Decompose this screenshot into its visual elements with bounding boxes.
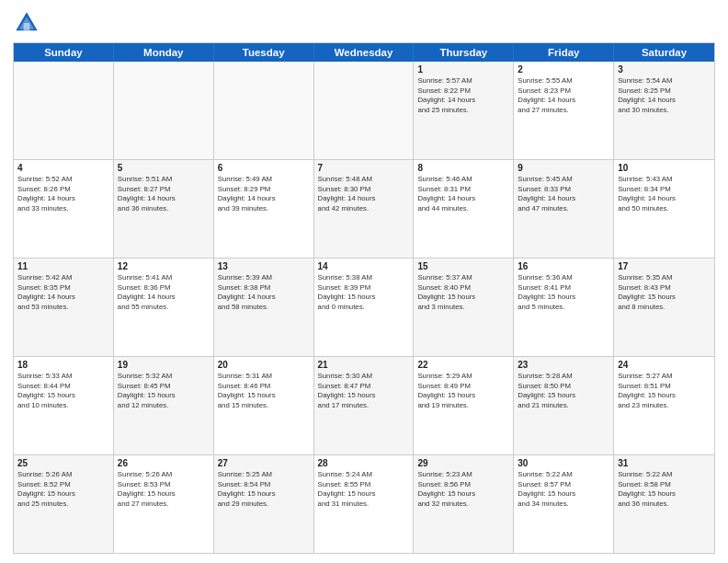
day-number: 21	[318, 360, 410, 370]
day-cell-8: 8Sunrise: 5:46 AM Sunset: 8:31 PM Daylig…	[414, 160, 514, 258]
day-info: Sunrise: 5:26 AM Sunset: 8:53 PM Dayligh…	[118, 470, 210, 509]
day-number: 17	[618, 261, 711, 271]
day-info: Sunrise: 5:33 AM Sunset: 8:44 PM Dayligh…	[17, 372, 109, 410]
day-number: 16	[518, 261, 609, 271]
day-cell-7: 7Sunrise: 5:48 AM Sunset: 8:30 PM Daylig…	[314, 160, 415, 258]
day-cell-11: 11Sunrise: 5:42 AM Sunset: 8:35 PM Dayli…	[14, 259, 114, 356]
empty-cell	[114, 62, 214, 159]
calendar-week-1: 1Sunrise: 5:57 AM Sunset: 8:22 PM Daylig…	[14, 62, 714, 159]
day-info: Sunrise: 5:28 AM Sunset: 8:50 PM Dayligh…	[518, 372, 609, 410]
day-cell-6: 6Sunrise: 5:49 AM Sunset: 8:29 PM Daylig…	[214, 160, 314, 258]
day-info: Sunrise: 5:39 AM Sunset: 8:38 PM Dayligh…	[218, 273, 310, 312]
day-number: 6	[218, 163, 310, 173]
day-cell-25: 25Sunrise: 5:26 AM Sunset: 8:52 PM Dayli…	[14, 455, 114, 553]
calendar-body: 1Sunrise: 5:57 AM Sunset: 8:22 PM Daylig…	[14, 62, 714, 553]
day-cell-13: 13Sunrise: 5:39 AM Sunset: 8:38 PM Dayli…	[214, 259, 314, 356]
calendar: SundayMondayTuesdayWednesdayThursdayFrid…	[13, 42, 715, 554]
day-number: 28	[318, 458, 410, 468]
day-number: 9	[518, 163, 609, 173]
day-number: 12	[118, 261, 210, 271]
day-number: 30	[518, 458, 609, 468]
day-number: 25	[17, 458, 109, 468]
day-info: Sunrise: 5:37 AM Sunset: 8:40 PM Dayligh…	[417, 273, 509, 312]
day-number: 14	[318, 261, 410, 271]
day-number: 11	[17, 261, 109, 271]
day-cell-23: 23Sunrise: 5:28 AM Sunset: 8:50 PM Dayli…	[514, 357, 614, 454]
day-cell-4: 4Sunrise: 5:52 AM Sunset: 8:26 PM Daylig…	[14, 160, 114, 258]
day-number: 27	[218, 458, 310, 468]
day-cell-16: 16Sunrise: 5:36 AM Sunset: 8:41 PM Dayli…	[514, 259, 614, 356]
day-info: Sunrise: 5:32 AM Sunset: 8:45 PM Dayligh…	[118, 372, 210, 410]
day-info: Sunrise: 5:22 AM Sunset: 8:57 PM Dayligh…	[518, 470, 609, 509]
day-info: Sunrise: 5:43 AM Sunset: 8:34 PM Dayligh…	[618, 175, 711, 213]
day-cell-22: 22Sunrise: 5:29 AM Sunset: 8:49 PM Dayli…	[414, 357, 514, 454]
day-info: Sunrise: 5:25 AM Sunset: 8:54 PM Dayligh…	[218, 470, 310, 509]
weekday-header-friday: Friday	[514, 43, 614, 62]
day-info: Sunrise: 5:48 AM Sunset: 8:30 PM Dayligh…	[318, 175, 410, 213]
day-number: 22	[417, 360, 509, 370]
weekday-header-saturday: Saturday	[614, 43, 714, 62]
day-number: 4	[17, 163, 109, 173]
day-number: 29	[417, 458, 509, 468]
day-number: 20	[218, 360, 310, 370]
calendar-week-4: 18Sunrise: 5:33 AM Sunset: 8:44 PM Dayli…	[14, 356, 714, 454]
day-info: Sunrise: 5:24 AM Sunset: 8:55 PM Dayligh…	[318, 470, 410, 509]
logo	[13, 9, 46, 37]
day-number: 26	[118, 458, 210, 468]
day-info: Sunrise: 5:52 AM Sunset: 8:26 PM Dayligh…	[17, 175, 109, 213]
page: SundayMondayTuesdayWednesdayThursdayFrid…	[0, 0, 728, 563]
day-cell-3: 3Sunrise: 5:54 AM Sunset: 8:25 PM Daylig…	[614, 62, 714, 159]
day-cell-9: 9Sunrise: 5:45 AM Sunset: 8:33 PM Daylig…	[514, 160, 614, 258]
empty-cell	[214, 62, 314, 159]
calendar-week-2: 4Sunrise: 5:52 AM Sunset: 8:26 PM Daylig…	[14, 159, 714, 258]
day-number: 10	[618, 163, 711, 173]
day-cell-18: 18Sunrise: 5:33 AM Sunset: 8:44 PM Dayli…	[14, 357, 114, 454]
day-info: Sunrise: 5:29 AM Sunset: 8:49 PM Dayligh…	[417, 372, 509, 410]
day-info: Sunrise: 5:51 AM Sunset: 8:27 PM Dayligh…	[118, 175, 210, 213]
day-info: Sunrise: 5:42 AM Sunset: 8:35 PM Dayligh…	[17, 273, 109, 312]
day-number: 3	[618, 64, 711, 75]
day-number: 7	[318, 163, 410, 173]
day-info: Sunrise: 5:27 AM Sunset: 8:51 PM Dayligh…	[618, 372, 711, 410]
day-cell-21: 21Sunrise: 5:30 AM Sunset: 8:47 PM Dayli…	[314, 357, 415, 454]
day-cell-24: 24Sunrise: 5:27 AM Sunset: 8:51 PM Dayli…	[614, 357, 714, 454]
day-number: 19	[118, 360, 210, 370]
day-info: Sunrise: 5:30 AM Sunset: 8:47 PM Dayligh…	[318, 372, 410, 410]
day-cell-14: 14Sunrise: 5:38 AM Sunset: 8:39 PM Dayli…	[314, 259, 415, 356]
day-cell-20: 20Sunrise: 5:31 AM Sunset: 8:46 PM Dayli…	[214, 357, 314, 454]
day-cell-29: 29Sunrise: 5:23 AM Sunset: 8:56 PM Dayli…	[414, 455, 514, 553]
calendar-week-3: 11Sunrise: 5:42 AM Sunset: 8:35 PM Dayli…	[14, 258, 714, 356]
empty-cell	[14, 62, 114, 159]
weekday-header-thursday: Thursday	[414, 43, 514, 62]
day-number: 18	[17, 360, 109, 370]
day-info: Sunrise: 5:54 AM Sunset: 8:25 PM Dayligh…	[618, 76, 711, 115]
weekday-header-tuesday: Tuesday	[214, 43, 314, 62]
day-cell-31: 31Sunrise: 5:22 AM Sunset: 8:58 PM Dayli…	[614, 455, 714, 553]
day-info: Sunrise: 5:55 AM Sunset: 8:23 PM Dayligh…	[518, 76, 609, 115]
header	[13, 9, 715, 37]
day-number: 13	[218, 261, 310, 271]
day-cell-12: 12Sunrise: 5:41 AM Sunset: 8:36 PM Dayli…	[114, 259, 214, 356]
day-cell-17: 17Sunrise: 5:35 AM Sunset: 8:43 PM Dayli…	[614, 259, 714, 356]
day-cell-5: 5Sunrise: 5:51 AM Sunset: 8:27 PM Daylig…	[114, 160, 214, 258]
day-number: 23	[518, 360, 609, 370]
day-cell-10: 10Sunrise: 5:43 AM Sunset: 8:34 PM Dayli…	[614, 160, 714, 258]
day-number: 8	[417, 163, 509, 173]
day-cell-28: 28Sunrise: 5:24 AM Sunset: 8:55 PM Dayli…	[314, 455, 415, 553]
day-cell-2: 2Sunrise: 5:55 AM Sunset: 8:23 PM Daylig…	[514, 62, 614, 159]
day-info: Sunrise: 5:26 AM Sunset: 8:52 PM Dayligh…	[17, 470, 109, 509]
day-info: Sunrise: 5:36 AM Sunset: 8:41 PM Dayligh…	[518, 273, 609, 312]
day-info: Sunrise: 5:22 AM Sunset: 8:58 PM Dayligh…	[618, 470, 711, 509]
day-number: 24	[618, 360, 711, 370]
day-info: Sunrise: 5:45 AM Sunset: 8:33 PM Dayligh…	[518, 175, 609, 213]
day-info: Sunrise: 5:46 AM Sunset: 8:31 PM Dayligh…	[417, 175, 509, 213]
day-number: 15	[417, 261, 509, 271]
day-number: 31	[618, 458, 711, 468]
weekday-header-monday: Monday	[114, 43, 214, 62]
logo-icon	[13, 9, 40, 37]
day-cell-27: 27Sunrise: 5:25 AM Sunset: 8:54 PM Dayli…	[214, 455, 314, 553]
day-number: 1	[417, 64, 509, 75]
day-number: 5	[118, 163, 210, 173]
day-info: Sunrise: 5:35 AM Sunset: 8:43 PM Dayligh…	[618, 273, 711, 312]
day-info: Sunrise: 5:38 AM Sunset: 8:39 PM Dayligh…	[318, 273, 410, 312]
